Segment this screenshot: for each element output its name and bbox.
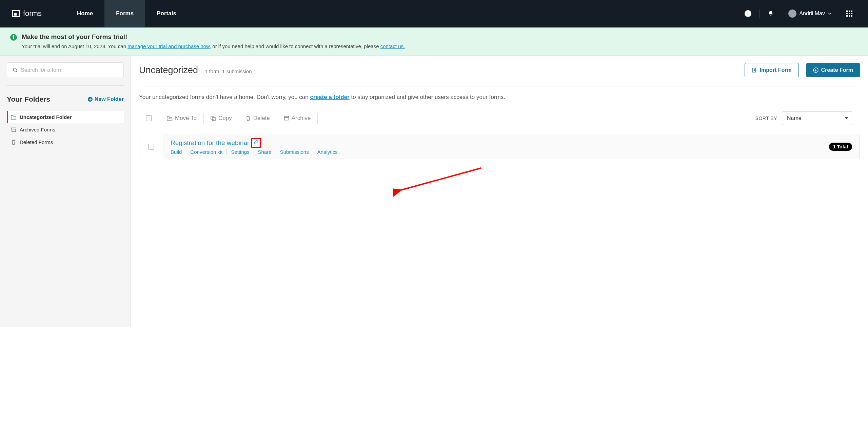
svg-line-13 [400, 168, 481, 190]
page-subtitle: 1 form, 1 submission [205, 68, 252, 74]
main-content: Uncategorized 1 form, 1 submission Impor… [131, 56, 868, 327]
chevron-down-icon [828, 12, 832, 16]
info-icon[interactable]: i [743, 8, 753, 19]
svg-point-2 [13, 68, 16, 71]
nav-tab-home[interactable]: Home [65, 0, 104, 27]
archive-icon [284, 116, 289, 121]
manage-trial-link[interactable]: manage your trial and purchase now [127, 43, 210, 49]
top-navbar: forms Home Forms Portals i Andrii Mav [0, 0, 868, 28]
archive-button[interactable]: Archive [277, 113, 318, 124]
nav-tabs: Home Forms Portals [65, 0, 188, 27]
trash-icon [246, 116, 251, 121]
form-row: Registration for the webinar Build Conve… [139, 134, 860, 159]
sidebar: Your Folders New Folder Uncategorized Fo… [0, 56, 131, 327]
bulk-toolbar: Move To Copy Delete Archive SORT BY Name [139, 109, 860, 127]
divider [838, 9, 838, 18]
form-link-build[interactable]: Build [171, 149, 186, 155]
nav-tab-portals[interactable]: Portals [145, 0, 188, 27]
form-link-settings[interactable]: Settings [227, 149, 254, 155]
brand-logo[interactable]: forms [12, 9, 42, 18]
trial-banner: i Make the most of your Forms trial! You… [0, 28, 868, 56]
folder-label: Archived Forms [20, 127, 55, 132]
copy-icon [211, 116, 216, 121]
banner-title: Make the most of your Forms trial! [22, 33, 405, 41]
create-form-button[interactable]: Create Form [806, 63, 860, 77]
form-link-share[interactable]: Share [254, 149, 276, 155]
folders-heading: Your Folders [7, 95, 50, 103]
user-name: Andrii Mav [799, 11, 825, 17]
contact-us-link[interactable]: contact us. [380, 43, 405, 49]
avatar-icon [788, 9, 796, 18]
nav-tab-forms[interactable]: Forms [104, 0, 145, 27]
select-all-checkbox[interactable] [146, 115, 152, 121]
trash-icon [11, 140, 16, 145]
annotation-arrow [393, 167, 488, 197]
brand-name: forms [23, 9, 42, 18]
hint-text: Your uncategorized forms don't have a ho… [139, 94, 860, 101]
svg-rect-11 [284, 118, 288, 120]
folder-archived[interactable]: Archived Forms [7, 123, 124, 136]
archive-icon [11, 127, 16, 132]
row-checkbox-cell [139, 134, 163, 159]
move-to-button[interactable]: Move To [160, 113, 204, 124]
move-icon [167, 116, 172, 121]
import-form-button[interactable]: Import Form [745, 63, 799, 77]
banner-text: Your trial will end on August 10, 2023. … [22, 43, 405, 49]
folder-label: Uncategorized Folder [20, 114, 72, 120]
svg-rect-6 [12, 129, 15, 132]
search-input[interactable] [21, 67, 118, 73]
user-menu[interactable]: Andrii Mav [788, 9, 832, 18]
link-icon[interactable] [254, 140, 258, 146]
sort-label: SORT BY [755, 116, 777, 121]
create-folder-link[interactable]: create a folder [310, 94, 350, 100]
topbar-right: i Andrii Mav [743, 8, 854, 19]
apps-grid-icon[interactable] [844, 8, 854, 19]
copy-button[interactable]: Copy [204, 113, 239, 124]
form-link-conversion-kit[interactable]: Conversion kit [186, 149, 227, 155]
page-title: Uncategorized [139, 65, 198, 76]
form-link-submissions[interactable]: Submissions [276, 149, 313, 155]
form-link-analytics[interactable]: Analytics [313, 149, 342, 155]
form-action-links: Build Conversion kit Settings Share Subm… [171, 149, 342, 155]
folder-uncategorized[interactable]: Uncategorized Folder [7, 111, 124, 123]
divider [759, 9, 760, 18]
plus-circle-icon [88, 97, 93, 102]
total-badge[interactable]: 1 Total [829, 143, 852, 151]
form-title-link[interactable]: Registration for the webinar [171, 139, 249, 147]
svg-line-3 [16, 71, 17, 72]
bell-icon[interactable] [766, 8, 776, 19]
plus-circle-icon [813, 67, 818, 73]
annotation-highlight-box [251, 138, 261, 148]
folder-label: Deleted Forms [20, 139, 53, 145]
search-icon [13, 67, 18, 73]
delete-button[interactable]: Delete [239, 113, 277, 124]
folder-icon [11, 115, 16, 120]
svg-text:i: i [747, 11, 749, 16]
divider [782, 9, 782, 18]
brand-logo-icon [12, 10, 20, 17]
search-box[interactable] [7, 62, 124, 78]
row-checkbox[interactable] [148, 144, 154, 150]
sort-select[interactable]: Name [782, 111, 853, 125]
folder-deleted[interactable]: Deleted Forms [7, 136, 124, 148]
info-circle-icon: i [10, 34, 17, 41]
import-icon [752, 67, 757, 73]
new-folder-button[interactable]: New Folder [88, 96, 124, 102]
